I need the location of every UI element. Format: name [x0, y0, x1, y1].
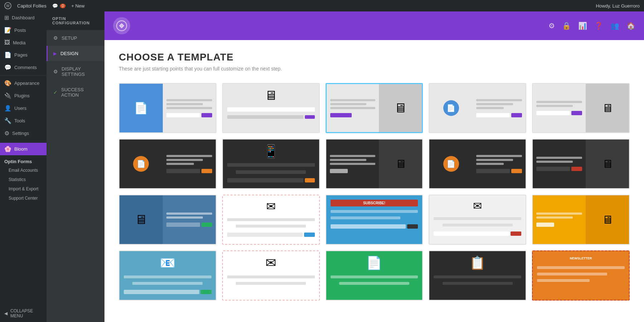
card4-circle: 📄: [443, 100, 459, 116]
sidebar-label-appearance: Appearance: [14, 80, 39, 86]
comment-icon: 💬: [52, 3, 58, 9]
card15-line1: [536, 213, 582, 215]
card10-input: [536, 167, 570, 171]
card19-papers: 📋: [469, 255, 486, 270]
card1-btn: [201, 113, 212, 117]
comment-item[interactable]: 💬 0: [52, 3, 66, 9]
sidebar-item-media[interactable]: 🖼 Media: [0, 36, 47, 49]
svg-text:W: W: [6, 4, 10, 8]
template-card-19[interactable]: 📋: [429, 250, 526, 301]
sidebar-sub-email-accounts[interactable]: Email Accounts: [0, 166, 47, 175]
success-check-icon: ✓: [53, 89, 58, 95]
card10-line2: [536, 161, 573, 163]
template-card-7[interactable]: 📱: [222, 139, 320, 189]
sidebar-item-plugins[interactable]: 🔌 Plugins: [0, 89, 47, 102]
card16-envelope: 📧: [160, 255, 176, 270]
sidebar: ⊞ Dashboard 📝 Posts 🖼 Media 📄 Pages 💬 Co…: [0, 11, 47, 322]
setup-gear-icon: ⚙: [53, 35, 58, 41]
plugin-sidebar-design[interactable]: ▶ DESIGN: [47, 46, 104, 61]
collapse-menu-button[interactable]: ◀ COLLAPSE MENU: [0, 305, 47, 322]
new-label: + New: [71, 3, 84, 9]
template-card-15[interactable]: 🖥: [532, 195, 630, 245]
card14-mail: ✉: [473, 200, 482, 212]
card7-line1: [227, 163, 315, 167]
card20-line2: [537, 273, 607, 275]
template-card-6[interactable]: 📄: [119, 139, 216, 189]
sidebar-item-bloom[interactable]: 🌸 Bloom: [0, 143, 47, 155]
template-card-1[interactable]: 📄: [119, 83, 216, 133]
dashboard-icon: ⊞: [4, 14, 9, 21]
card14-line2: [443, 224, 513, 226]
new-item[interactable]: + New: [71, 3, 84, 9]
template-card-20[interactable]: NEWSLETTER: [532, 250, 630, 301]
template-card-16[interactable]: 📧: [119, 250, 216, 301]
template-title: CHOOSE A TEMPLATE: [119, 52, 630, 63]
card2-monitor: 🖥: [264, 88, 277, 103]
template-card-11[interactable]: 🖥: [119, 195, 216, 245]
sidebar-item-tools[interactable]: 🔧 Tools: [0, 114, 47, 127]
sidebar-item-users[interactable]: 👤 Users: [0, 102, 47, 114]
sidebar-sub-import-export[interactable]: Import & Export: [0, 184, 47, 194]
sidebar-item-pages[interactable]: 📄 Pages: [0, 49, 47, 61]
plugin-topbar: ⚙ 🔒 📊 ❓ 👥 🏠: [104, 11, 644, 40]
card6-line1: [166, 155, 212, 157]
template-card-10[interactable]: 🖥: [532, 139, 630, 189]
card13-subscribe: SUBSCRIBE!: [331, 200, 418, 206]
collapse-label: COLLAPSE MENU: [10, 308, 42, 318]
card10-monitor: 🖥: [602, 157, 613, 171]
topbar-home-icon[interactable]: 🏠: [626, 21, 635, 30]
template-card-2[interactable]: 🖥: [222, 83, 320, 133]
card5-btn: [571, 111, 582, 115]
template-card-18[interactable]: 📄: [326, 250, 423, 301]
card1-line3: [166, 107, 212, 109]
topbar-users-icon[interactable]: 👥: [610, 21, 619, 30]
card2-input: [227, 107, 315, 112]
card1-input: [166, 113, 200, 117]
card13-input: [331, 224, 406, 229]
card16-line1: [124, 275, 211, 278]
template-card-5[interactable]: 🖥: [532, 83, 630, 133]
plugin-sidebar-display[interactable]: ⚙ DISPLAY SETTINGS: [47, 61, 104, 82]
card7-icon: 📱: [263, 144, 279, 159]
site-name-item[interactable]: Capitol Follies: [17, 3, 47, 9]
card10-btn: [571, 167, 582, 171]
site-name: Capitol Follies: [17, 3, 47, 9]
sidebar-item-appearance[interactable]: 🎨 Appearance: [0, 77, 47, 89]
appearance-icon: 🎨: [4, 80, 11, 87]
sidebar-item-settings[interactable]: ⚙ Settings: [0, 127, 47, 140]
plugin-sidebar-success[interactable]: ✓ SUCCESS ACTION: [47, 82, 104, 103]
collapse-icon: ◀: [4, 311, 8, 316]
sidebar-item-comments[interactable]: 💬 Comments: [0, 61, 47, 74]
topbar-chart-icon[interactable]: 📊: [578, 21, 587, 30]
card9-line2: [476, 159, 513, 161]
sidebar-sub-statistics[interactable]: Statistics: [0, 175, 47, 184]
template-card-8[interactable]: 🖥: [326, 139, 423, 189]
topbar-help-icon[interactable]: ❓: [594, 21, 603, 30]
sidebar-item-posts[interactable]: 📝 Posts: [0, 24, 47, 36]
template-card-12[interactable]: ✉: [222, 195, 320, 245]
sidebar-label-dashboard: Dashboard: [12, 15, 35, 20]
topbar-lock-icon[interactable]: 🔒: [562, 21, 571, 30]
sidebar-item-dashboard[interactable]: ⊞ Dashboard: [0, 11, 47, 24]
card18-line2: [339, 282, 409, 285]
card4-input: [476, 113, 510, 117]
template-card-3[interactable]: 🖥: [326, 83, 423, 133]
topbar-settings-icon[interactable]: ⚙: [548, 21, 555, 30]
user-greeting[interactable]: Howdy, Luz Guerroro: [596, 3, 640, 9]
template-card-14[interactable]: ✉: [429, 195, 526, 245]
sidebar-label-comments: Comments: [14, 65, 37, 70]
sidebar-label-posts: Posts: [14, 28, 26, 33]
card6-btn: [201, 169, 212, 173]
plugin-sidebar-setup[interactable]: ⚙ SETUP: [47, 30, 104, 46]
card20-line3: [537, 279, 590, 282]
sidebar-label-plugins: Plugins: [14, 93, 30, 98]
card1-icon: 📄: [134, 101, 148, 115]
template-card-9[interactable]: 📄: [429, 139, 526, 189]
template-card-4[interactable]: 📄: [429, 83, 526, 133]
sidebar-sub-support[interactable]: Support Center: [0, 194, 47, 203]
template-card-13[interactable]: SUBSCRIBE!: [326, 195, 423, 245]
wp-logo-item[interactable]: W: [4, 2, 11, 9]
topbar-icons: ⚙ 🔒 📊 ❓ 👥 🏠: [548, 21, 635, 30]
template-card-17[interactable]: ✉: [222, 250, 320, 301]
sidebar-divider-2: [0, 141, 47, 141]
